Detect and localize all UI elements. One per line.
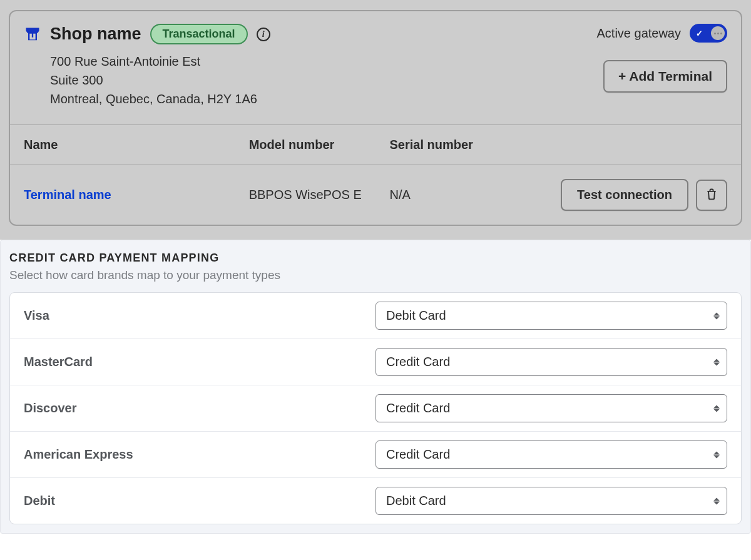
terminal-table-header: Name Model number Serial number: [10, 125, 741, 165]
toggle-handle: [711, 26, 725, 40]
terminal-row: Terminal name BBPOS WisePOS E N/A Test c…: [10, 165, 741, 225]
active-gateway-toggle[interactable]: ✓: [690, 24, 727, 43]
terminal-serial-cell: N/A: [389, 188, 530, 202]
delete-terminal-button[interactable]: [696, 180, 727, 211]
payment-mapping-panel: Credit Card Payment Mapping Select how c…: [0, 240, 751, 534]
mapping-row: Debit Debit Card: [10, 478, 741, 524]
address-line: 700 Rue Saint-Antoinie Est: [50, 52, 270, 71]
col-header-serial: Serial number: [389, 138, 530, 152]
terminal-actions: Test connection: [530, 179, 727, 211]
add-terminal-button[interactable]: + Add Terminal: [603, 60, 727, 93]
info-icon[interactable]: i: [257, 28, 270, 41]
test-connection-button[interactable]: Test connection: [561, 179, 688, 211]
payment-type-select[interactable]: Credit Card: [376, 440, 727, 469]
store-icon: [24, 26, 41, 43]
shop-left: Shop name Transactional i 700 Rue Saint-…: [24, 24, 270, 108]
shop-card: Shop name Transactional i 700 Rue Saint-…: [9, 10, 742, 226]
shop-terminal-section: Shop name Transactional i 700 Rue Saint-…: [0, 0, 751, 240]
shop-type-badge: Transactional: [150, 24, 248, 44]
mapping-title: Credit Card Payment Mapping: [9, 252, 742, 265]
brand-label: Debit: [24, 494, 376, 508]
trash-icon: [705, 187, 718, 203]
shop-right: Active gateway ✓ + Add Terminal: [596, 24, 727, 108]
shop-card-header: Shop name Transactional i 700 Rue Saint-…: [10, 11, 741, 125]
brand-label: Visa: [24, 308, 376, 323]
mapping-subtitle: Select how card brands map to your payme…: [9, 268, 742, 282]
terminal-model-cell: BBPOS WisePOS E: [249, 188, 390, 202]
brand-label: MasterCard: [24, 355, 376, 369]
mapping-row: American Express Credit Card: [10, 432, 741, 478]
brand-label: Discover: [24, 401, 376, 415]
shop-title: Shop name: [50, 24, 141, 44]
shop-title-row: Shop name Transactional i: [24, 24, 270, 44]
payment-type-select[interactable]: Credit Card: [376, 394, 727, 422]
payment-type-select[interactable]: Debit Card: [376, 302, 727, 330]
address-line: Suite 300: [50, 71, 270, 89]
payment-type-select[interactable]: Debit Card: [376, 487, 727, 515]
mapping-row: MasterCard Credit Card: [10, 339, 741, 385]
terminal-name-link[interactable]: Terminal name: [24, 188, 249, 202]
mapping-row: Discover Credit Card: [10, 385, 741, 432]
mapping-list: Visa Debit Card MasterCard Credit Card D…: [9, 292, 742, 524]
col-header-model: Model number: [249, 138, 390, 152]
address-line: Montreal, Quebec, Canada, H2Y 1A6: [50, 89, 270, 108]
col-header-name: Name: [24, 138, 249, 152]
active-gateway-label: Active gateway: [596, 26, 681, 41]
mapping-row: Visa Debit Card: [10, 293, 741, 339]
shop-address: 700 Rue Saint-Antoinie Est Suite 300 Mon…: [50, 52, 270, 108]
payment-type-select[interactable]: Credit Card: [376, 348, 727, 376]
active-gateway-row: Active gateway ✓: [596, 24, 727, 43]
check-icon: ✓: [692, 26, 706, 40]
brand-label: American Express: [24, 447, 376, 462]
